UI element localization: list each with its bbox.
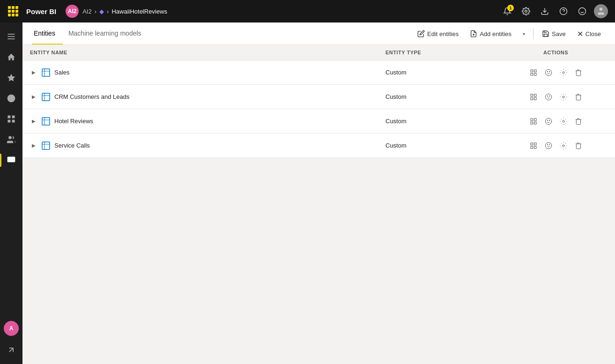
svg-point-41 [545, 94, 551, 100]
edit-query-icon[interactable] [528, 67, 539, 78]
sidebar-item-recent[interactable] [0, 88, 22, 109]
column-header-name: ENTITY NAME [22, 45, 378, 60]
close-button[interactable]: ✕ Close [572, 27, 606, 41]
entity-name-cell: ▶ CRM Customers and Leads [22, 85, 378, 109]
help-button[interactable] [555, 3, 572, 20]
tab-entities[interactable]: Entities [32, 22, 63, 45]
expand-button[interactable]: ▶ [30, 118, 37, 125]
sidebar-item-apps[interactable] [0, 109, 22, 129]
user-profile-button[interactable] [593, 3, 609, 20]
svg-rect-37 [531, 94, 533, 97]
entity-type-cell: Custom [378, 134, 496, 158]
edit-query-icon[interactable] [528, 140, 539, 151]
ai-insights-icon[interactable] [543, 67, 554, 78]
delete-icon[interactable] [573, 140, 584, 151]
expand-button[interactable]: ▶ [30, 93, 37, 101]
svg-rect-15 [8, 120, 11, 123]
ai-insights-icon[interactable] [543, 140, 554, 151]
settings-icon[interactable] [558, 116, 569, 127]
entity-actions-cell [496, 85, 615, 109]
table-row: ▶ Service Calls [22, 134, 615, 158]
entity-table: ENTITY NAME ENTITY TYPE ACTIONS ▶ [22, 45, 615, 158]
breadcrumb-user-avatar: AI2 [66, 5, 79, 18]
svg-point-55 [563, 120, 564, 122]
settings-button[interactable] [518, 3, 534, 20]
entity-actions-cell [496, 60, 615, 85]
tabs-bar: Entities Machine learning models Edit en… [22, 22, 615, 45]
svg-point-44 [563, 96, 564, 98]
entity-type: Custom [385, 142, 407, 149]
tab-ml-models[interactable]: Machine learning models [67, 22, 149, 45]
delete-icon[interactable] [573, 91, 584, 103]
svg-point-30 [545, 69, 551, 75]
edit-query-icon[interactable] [528, 116, 539, 127]
feedback-button[interactable] [574, 3, 591, 20]
table-entity-icon [41, 92, 51, 102]
sidebar-user-avatar[interactable]: A [4, 321, 19, 336]
svg-rect-48 [531, 119, 533, 121]
svg-point-32 [549, 71, 549, 72]
sidebar-item-menu[interactable] [0, 26, 22, 47]
svg-rect-34 [42, 93, 50, 101]
table-row: ▶ CRM Customers and Leads [22, 85, 615, 109]
column-header-actions: ACTIONS [496, 45, 615, 60]
breadcrumb: AI2 › ◆ › HawaiiHotelReviews [82, 8, 167, 15]
entity-type: Custom [385, 69, 407, 76]
notifications-button[interactable]: 1 [499, 3, 516, 20]
svg-point-65 [549, 144, 549, 145]
svg-point-7 [600, 8, 603, 11]
delete-icon[interactable] [573, 116, 584, 127]
column-header-type: ENTITY TYPE [378, 45, 496, 60]
expand-button[interactable]: ▶ [30, 69, 37, 76]
settings-icon[interactable] [558, 140, 569, 151]
svg-point-43 [549, 96, 549, 96]
toolbar-divider [533, 28, 533, 39]
svg-rect-23 [42, 69, 50, 76]
main-layout: A Entities Machine learning models [0, 22, 615, 364]
svg-rect-26 [531, 70, 533, 72]
table-row: ▶ Sales [22, 60, 615, 85]
svg-point-33 [563, 72, 564, 74]
settings-icon[interactable] [558, 91, 569, 103]
save-button[interactable]: Save [537, 28, 571, 40]
topbar-icons: 1 [499, 3, 609, 20]
apps-menu-button[interactable] [6, 4, 21, 19]
table-row: ▶ Hotel Reviews [22, 109, 615, 134]
entity-actions-cell [496, 134, 615, 158]
table-entity-icon [41, 117, 51, 126]
edit-query-icon[interactable] [528, 91, 539, 103]
sidebar-item-favorites[interactable] [0, 67, 22, 88]
entity-name: Sales [54, 69, 70, 76]
add-entities-button[interactable]: Add entities [465, 28, 516, 40]
sidebar-item-workspaces[interactable] [0, 150, 22, 171]
entity-name: CRM Customers and Leads [54, 93, 129, 100]
entity-name-cell: ▶ Sales [22, 60, 378, 85]
ai-insights-icon[interactable] [543, 91, 554, 103]
delete-icon[interactable] [573, 67, 584, 78]
svg-rect-13 [8, 116, 11, 119]
entity-type: Custom [385, 118, 407, 125]
sidebar-external-link[interactable] [0, 340, 22, 360]
svg-rect-56 [42, 142, 50, 149]
entity-type-cell: Custom [378, 85, 496, 109]
breadcrumb-diamond-icon: ◆ [99, 8, 104, 15]
table-body: ▶ Sales [22, 60, 615, 158]
svg-rect-9 [8, 36, 15, 37]
sidebar-item-shared[interactable] [0, 129, 22, 150]
edit-entities-button[interactable]: Edit entities [413, 28, 463, 40]
svg-point-4 [579, 8, 586, 15]
sidebar-item-home[interactable] [0, 47, 22, 67]
settings-icon[interactable] [558, 67, 569, 78]
svg-marker-11 [7, 74, 15, 82]
svg-rect-14 [12, 116, 15, 119]
svg-rect-18 [7, 157, 15, 163]
topbar: Power BI AI2 AI2 › ◆ › HawaiiHotelReview… [0, 0, 615, 22]
entity-type-cell: Custom [378, 109, 496, 134]
svg-point-63 [545, 142, 551, 149]
download-button[interactable] [536, 3, 553, 20]
ai-insights-icon[interactable] [543, 116, 554, 127]
add-entities-dropdown[interactable]: ▾ [518, 28, 529, 39]
expand-button[interactable]: ▶ [30, 142, 37, 149]
svg-point-54 [549, 120, 549, 120]
table-entity-icon [41, 68, 51, 77]
